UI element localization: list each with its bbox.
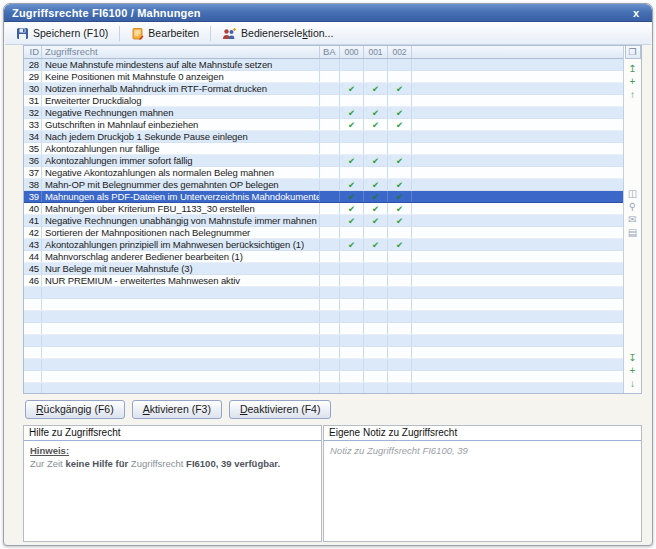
check-icon: ✔ bbox=[364, 83, 388, 94]
check-icon: ✔ bbox=[340, 107, 364, 118]
table-row[interactable]: 42Sortieren der Mahnpositionen nach Bele… bbox=[24, 227, 623, 239]
note-text[interactable]: Notiz zu Zugriffsrecht FI6100, 39 bbox=[330, 445, 468, 456]
note-panel-title: Eigene Notiz zu Zugriffsrecht bbox=[324, 426, 641, 441]
cell-empty bbox=[412, 371, 623, 382]
cell-filler bbox=[412, 155, 623, 166]
cell-empty bbox=[340, 383, 364, 393]
edit-button[interactable]: Bearbeiten bbox=[124, 24, 206, 43]
table-row[interactable]: 31Erweiterter Druckdialog bbox=[24, 95, 623, 107]
help-panel: Hilfe zu Zugriffsrecht Hinweis: Zur Zeit… bbox=[23, 425, 322, 542]
cell-empty bbox=[340, 335, 364, 346]
column-header-002[interactable]: 002 bbox=[388, 46, 412, 58]
note-panel: Eigene Notiz zu Zugriffsrecht Notiz zu Z… bbox=[323, 425, 642, 542]
move-up-icon[interactable]: ↑ bbox=[626, 88, 640, 101]
check-icon: ✔ bbox=[364, 191, 388, 202]
table-row[interactable]: 40Mahnungen über Kriterium FBU_1133_30 e… bbox=[24, 203, 623, 215]
cell-empty bbox=[340, 131, 364, 142]
table-row[interactable]: 45Nur Belege mit neuer Mahnstufe (3) bbox=[24, 263, 623, 275]
row-text: Negative Rechnungen unabhängig von Mahns… bbox=[42, 215, 320, 226]
columns-icon[interactable]: ◫ bbox=[626, 187, 640, 200]
cell-empty bbox=[364, 167, 388, 178]
activate-button[interactable]: Aktivieren (F3) bbox=[132, 400, 222, 419]
jump-last-icon[interactable]: ↧ bbox=[626, 351, 640, 364]
cell-empty bbox=[24, 311, 42, 322]
table-row[interactable]: 34Nach jedem Druckjob 1 Sekunde Pause ei… bbox=[24, 131, 623, 143]
table-row-empty[interactable] bbox=[24, 347, 623, 359]
table-row[interactable]: 43Akontozahlungen prinzipiell im Mahnwes… bbox=[24, 239, 623, 251]
side-rail: ❐ ↥+↑ ◫⚲✉▤ ↧+↓ bbox=[623, 46, 641, 393]
table-row[interactable]: 33Gutschriften in Mahnlauf einbeziehen✔✔… bbox=[24, 119, 623, 131]
table-row[interactable]: 32Negative Rechnungen mahnen✔✔✔ bbox=[24, 107, 623, 119]
column-header-000[interactable]: 000 bbox=[340, 46, 364, 58]
table-row[interactable]: 38Mahn-OP mit Belegnummer des gemahnten … bbox=[24, 179, 623, 191]
cell-empty bbox=[388, 251, 412, 262]
cell-ba bbox=[320, 251, 340, 262]
row-text: Nach jedem Druckjob 1 Sekunde Pause einl… bbox=[42, 131, 320, 142]
table-row[interactable]: 44Mahnvorschlag anderer Bediener bearbei… bbox=[24, 251, 623, 263]
check-icon: ✔ bbox=[364, 203, 388, 214]
column-header-001[interactable]: 001 bbox=[364, 46, 388, 58]
check-icon: ✔ bbox=[340, 215, 364, 226]
note-panel-content[interactable]: Notiz zu Zugriffsrecht FI6100, 39 bbox=[324, 441, 641, 460]
column-header-zugriffsrecht[interactable]: Zugriffsrecht bbox=[42, 46, 320, 58]
cell-empty bbox=[388, 95, 412, 106]
cell-empty bbox=[24, 299, 42, 310]
cell-ba bbox=[320, 167, 340, 178]
cell-ba bbox=[320, 143, 340, 154]
mail-icon[interactable]: ✉ bbox=[626, 213, 640, 226]
table-row-empty[interactable] bbox=[24, 323, 623, 335]
table-row-empty[interactable] bbox=[24, 311, 623, 323]
cell-empty bbox=[42, 371, 320, 382]
cell-filler bbox=[412, 59, 623, 70]
cell-empty bbox=[42, 335, 320, 346]
row-id: 33 bbox=[24, 119, 42, 130]
table-row-empty[interactable] bbox=[24, 299, 623, 311]
title-bar[interactable]: Zugriffsrechte FI6100 / Mahnungen x bbox=[4, 4, 652, 22]
cell-empty bbox=[340, 251, 364, 262]
table-row[interactable]: 39Mahnungen als PDF-Dateien im Unterverz… bbox=[24, 191, 623, 203]
cell-empty bbox=[320, 323, 340, 334]
table-row[interactable]: 46NUR PREMIUM - erweitertes Mahnwesen ak… bbox=[24, 275, 623, 287]
list-icon[interactable]: ▤ bbox=[626, 226, 640, 239]
operator-selection-button[interactable]: Bedienerselektion... bbox=[215, 24, 340, 43]
search-icon[interactable]: ⚲ bbox=[626, 200, 640, 213]
table-row-empty[interactable] bbox=[24, 383, 623, 393]
table-row-empty[interactable] bbox=[24, 371, 623, 383]
cell-filler bbox=[412, 119, 623, 130]
jump-first-icon[interactable]: ↥ bbox=[626, 62, 640, 75]
check-icon: ✔ bbox=[388, 155, 412, 166]
table-row[interactable]: 36Akontozahlungen immer sofort fällig✔✔✔ bbox=[24, 155, 623, 167]
cell-empty bbox=[388, 275, 412, 286]
undo-button[interactable]: Rückgängig (F6) bbox=[25, 400, 125, 419]
check-icon: ✔ bbox=[340, 179, 364, 190]
check-icon: ✔ bbox=[340, 203, 364, 214]
cell-empty bbox=[388, 323, 412, 334]
table-row-empty[interactable] bbox=[24, 359, 623, 371]
add-row-end-icon[interactable]: + bbox=[626, 364, 640, 377]
table-row-empty[interactable] bbox=[24, 287, 623, 299]
column-header-id[interactable]: ID bbox=[24, 46, 42, 58]
deactivate-button[interactable]: Deaktivieren (F4) bbox=[229, 400, 332, 419]
check-icon: ✔ bbox=[388, 83, 412, 94]
cell-empty bbox=[364, 143, 388, 154]
move-down-icon[interactable]: ↓ bbox=[626, 377, 640, 390]
cell-empty bbox=[364, 131, 388, 142]
table-row[interactable]: 37Negative Akontozahlungen als normalen … bbox=[24, 167, 623, 179]
copy-grid-icon[interactable]: ❐ bbox=[625, 46, 641, 59]
action-button-row: Rückgängig (F6) Aktivieren (F3) Deaktivi… bbox=[25, 400, 331, 419]
column-header-ba[interactable]: BA bbox=[320, 46, 340, 58]
table-row[interactable]: 28Neue Mahnstufe mindestens auf alte Mah… bbox=[24, 59, 623, 71]
table-row-empty[interactable] bbox=[24, 335, 623, 347]
table-row[interactable]: 30Notizen innerhalb Mahndruck im RTF-For… bbox=[24, 83, 623, 95]
cell-empty bbox=[388, 71, 412, 82]
cell-empty bbox=[412, 347, 623, 358]
table-row[interactable]: 41Negative Rechnungen unabhängig von Mah… bbox=[24, 215, 623, 227]
cell-empty bbox=[42, 359, 320, 370]
save-button[interactable]: Speichern (F10) bbox=[9, 24, 115, 43]
close-icon[interactable]: x bbox=[628, 7, 644, 19]
add-row-icon[interactable]: + bbox=[626, 75, 640, 88]
table-row[interactable]: 35Akontozahlungen nur fällige bbox=[24, 143, 623, 155]
cell-filler bbox=[412, 275, 623, 286]
row-id: 38 bbox=[24, 179, 42, 190]
table-row[interactable]: 29Keine Positionen mit Mahnstufe 0 anzei… bbox=[24, 71, 623, 83]
